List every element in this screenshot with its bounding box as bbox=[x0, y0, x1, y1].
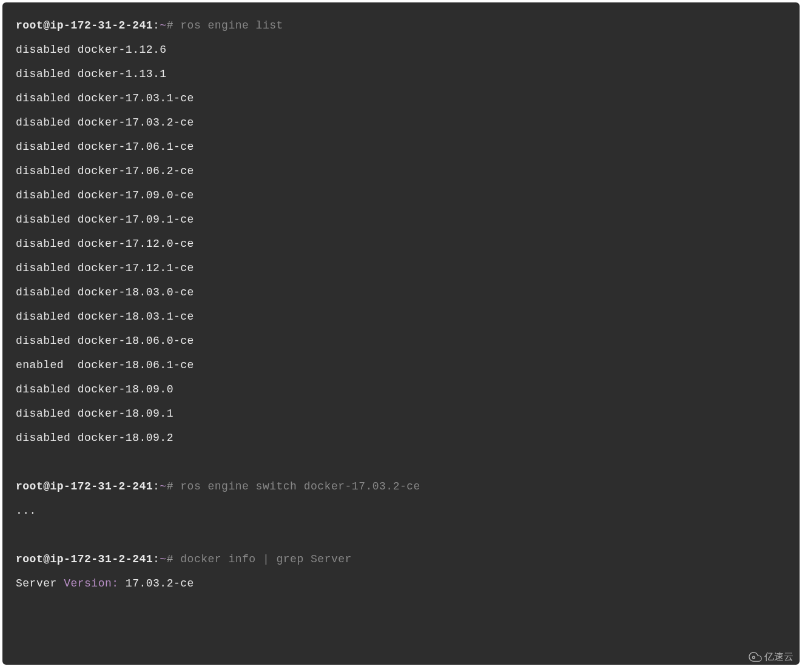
prompt-hash: # bbox=[167, 19, 174, 32]
ellipsis-output: ... bbox=[16, 499, 786, 523]
blank-line bbox=[16, 523, 786, 547]
prompt-user-host: root@ip-172-31-2-241 bbox=[16, 553, 153, 565]
command-text: ros engine switch docker-17.03.2-ce bbox=[174, 480, 420, 492]
engine-list-item: enabled docker-18.06.1-ce bbox=[16, 353, 786, 377]
prompt-hash: # bbox=[167, 553, 174, 565]
prompt-colon: : bbox=[153, 553, 160, 565]
engine-list-item: disabled docker-17.09.1-ce bbox=[16, 207, 786, 232]
watermark-text: 亿速云 bbox=[764, 651, 794, 664]
blank-line bbox=[16, 450, 786, 474]
engine-list-item: disabled docker-1.12.6 bbox=[16, 38, 786, 62]
version-keyword: Version: bbox=[64, 577, 118, 590]
server-version-line: Server Version: 17.03.2-ce bbox=[16, 571, 786, 596]
prompt-colon: : bbox=[153, 480, 160, 492]
engine-list-item: disabled docker-18.06.0-ce bbox=[16, 329, 786, 353]
prompt-line-1: root@ip-172-31-2-241:~# ros engine list bbox=[16, 13, 786, 38]
prompt-line-2: root@ip-172-31-2-241:~# ros engine switc… bbox=[16, 474, 786, 499]
prompt-hash: # bbox=[167, 480, 174, 492]
prompt-tilde: ~ bbox=[160, 480, 166, 492]
engine-list-item: disabled docker-17.09.0-ce bbox=[16, 183, 786, 207]
prompt-tilde: ~ bbox=[160, 19, 166, 32]
engine-list-item: disabled docker-17.12.0-ce bbox=[16, 232, 786, 256]
engine-list-item: disabled docker-17.03.1-ce bbox=[16, 86, 786, 110]
engine-list-item: disabled docker-18.09.2 bbox=[16, 426, 786, 450]
prompt-user-host: root@ip-172-31-2-241 bbox=[16, 19, 153, 32]
prompt-colon: : bbox=[153, 19, 160, 32]
svg-point-0 bbox=[752, 656, 755, 659]
cloud-icon bbox=[749, 650, 762, 664]
terminal-window[interactable]: root@ip-172-31-2-241:~# ros engine list … bbox=[2, 2, 800, 665]
engine-list-item: disabled docker-18.03.0-ce bbox=[16, 280, 786, 304]
prompt-line-3: root@ip-172-31-2-241:~# docker info | gr… bbox=[16, 547, 786, 571]
command-text: ros engine list bbox=[174, 19, 283, 32]
engine-list-item: disabled docker-18.09.1 bbox=[16, 402, 786, 426]
engine-list-item: disabled docker-17.06.2-ce bbox=[16, 159, 786, 183]
prompt-user-host: root@ip-172-31-2-241 bbox=[16, 480, 153, 492]
engine-list-item: disabled docker-18.09.0 bbox=[16, 377, 786, 402]
server-prefix: Server bbox=[16, 577, 64, 590]
command-text: docker info | grep Server bbox=[174, 553, 352, 565]
engine-list-item: disabled docker-17.06.1-ce bbox=[16, 135, 786, 159]
version-value: 17.03.2-ce bbox=[119, 577, 194, 590]
engine-list-item: disabled docker-1.13.1 bbox=[16, 62, 786, 86]
prompt-tilde: ~ bbox=[160, 553, 166, 565]
engine-list-item: disabled docker-17.12.1-ce bbox=[16, 256, 786, 280]
engine-list-item: disabled docker-17.03.2-ce bbox=[16, 110, 786, 135]
watermark: 亿速云 bbox=[749, 650, 794, 664]
engine-list-item: disabled docker-18.03.1-ce bbox=[16, 304, 786, 329]
